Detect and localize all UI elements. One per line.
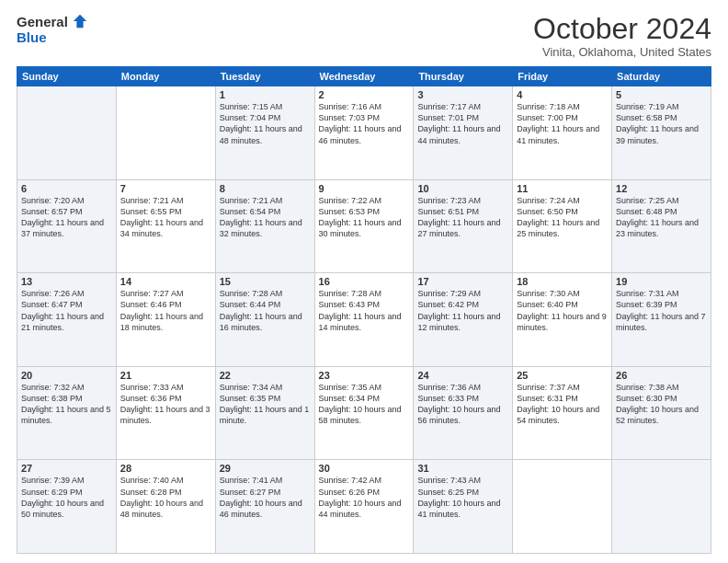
calendar-cell: 4Sunrise: 7:18 AM Sunset: 7:00 PM Daylig… — [513, 86, 612, 180]
day-number: 1 — [220, 89, 311, 100]
calendar-cell: 3Sunrise: 7:17 AM Sunset: 7:01 PM Daylig… — [414, 86, 513, 180]
col-monday: Monday — [116, 67, 215, 86]
cell-info: Sunrise: 7:24 AM Sunset: 6:50 PM Dayligh… — [517, 195, 608, 240]
cell-info: Sunrise: 7:40 AM Sunset: 6:28 PM Dayligh… — [120, 475, 211, 520]
cell-info: Sunrise: 7:34 AM Sunset: 6:35 PM Dayligh… — [220, 382, 311, 427]
cell-content: 20Sunrise: 7:32 AM Sunset: 6:38 PM Dayli… — [21, 370, 112, 427]
cell-content: 26Sunrise: 7:38 AM Sunset: 6:30 PM Dayli… — [616, 370, 707, 427]
day-number: 11 — [517, 183, 608, 194]
cell-info: Sunrise: 7:17 AM Sunset: 7:01 PM Dayligh… — [417, 101, 508, 146]
svg-marker-0 — [74, 15, 86, 28]
cell-content: 30Sunrise: 7:42 AM Sunset: 6:26 PM Dayli… — [319, 463, 410, 520]
calendar-week-3: 20Sunrise: 7:32 AM Sunset: 6:38 PM Dayli… — [17, 366, 711, 460]
day-number: 24 — [417, 370, 508, 381]
cell-info: Sunrise: 7:41 AM Sunset: 6:27 PM Dayligh… — [220, 475, 311, 520]
cell-info: Sunrise: 7:28 AM Sunset: 6:43 PM Dayligh… — [319, 288, 410, 333]
cell-content: 31Sunrise: 7:43 AM Sunset: 6:25 PM Dayli… — [417, 463, 508, 520]
month-title: October 2024 — [533, 13, 711, 45]
calendar-cell: 1Sunrise: 7:15 AM Sunset: 7:04 PM Daylig… — [215, 86, 314, 180]
cell-info: Sunrise: 7:42 AM Sunset: 6:26 PM Dayligh… — [319, 475, 410, 520]
calendar-week-0: 1Sunrise: 7:15 AM Sunset: 7:04 PM Daylig… — [17, 86, 711, 180]
calendar-cell — [612, 460, 711, 554]
day-number: 7 — [120, 183, 211, 194]
day-number: 10 — [417, 183, 508, 194]
calendar-cell: 17Sunrise: 7:29 AM Sunset: 6:42 PM Dayli… — [414, 273, 513, 367]
day-number: 13 — [21, 276, 112, 287]
calendar-cell: 16Sunrise: 7:28 AM Sunset: 6:43 PM Dayli… — [314, 273, 414, 367]
cell-content: 27Sunrise: 7:39 AM Sunset: 6:29 PM Dayli… — [21, 463, 112, 520]
page: General Blue October 2024 Vinita, Oklaho… — [0, 0, 728, 563]
day-number: 30 — [319, 463, 410, 474]
cell-info: Sunrise: 7:31 AM Sunset: 6:39 PM Dayligh… — [616, 288, 707, 333]
calendar-cell: 18Sunrise: 7:30 AM Sunset: 6:40 PM Dayli… — [513, 273, 612, 367]
day-number: 21 — [120, 370, 211, 381]
day-number: 26 — [616, 370, 707, 381]
cell-info: Sunrise: 7:35 AM Sunset: 6:34 PM Dayligh… — [319, 382, 410, 427]
calendar-cell: 10Sunrise: 7:23 AM Sunset: 6:51 PM Dayli… — [414, 179, 513, 273]
title-block: October 2024 Vinita, Oklahoma, United St… — [533, 13, 711, 59]
cell-info: Sunrise: 7:28 AM Sunset: 6:44 PM Dayligh… — [220, 288, 311, 333]
calendar-cell — [17, 86, 117, 180]
cell-content: 9Sunrise: 7:22 AM Sunset: 6:53 PM Daylig… — [319, 183, 410, 240]
col-tuesday: Tuesday — [215, 67, 314, 86]
calendar-cell — [116, 86, 215, 180]
cell-content: 28Sunrise: 7:40 AM Sunset: 6:28 PM Dayli… — [120, 463, 211, 520]
calendar-cell: 9Sunrise: 7:22 AM Sunset: 6:53 PM Daylig… — [314, 179, 414, 273]
col-wednesday: Wednesday — [314, 67, 414, 86]
cell-info: Sunrise: 7:39 AM Sunset: 6:29 PM Dayligh… — [21, 475, 112, 520]
cell-content: 15Sunrise: 7:28 AM Sunset: 6:44 PM Dayli… — [220, 276, 311, 333]
cell-info: Sunrise: 7:29 AM Sunset: 6:42 PM Dayligh… — [417, 288, 508, 333]
day-number: 18 — [517, 276, 608, 287]
calendar-week-1: 6Sunrise: 7:20 AM Sunset: 6:57 PM Daylig… — [17, 179, 711, 273]
day-number: 29 — [220, 463, 311, 474]
calendar: Sunday Monday Tuesday Wednesday Thursday… — [17, 66, 711, 554]
cell-info: Sunrise: 7:21 AM Sunset: 6:54 PM Dayligh… — [220, 195, 311, 240]
calendar-cell: 14Sunrise: 7:27 AM Sunset: 6:46 PM Dayli… — [116, 273, 215, 367]
cell-info: Sunrise: 7:37 AM Sunset: 6:31 PM Dayligh… — [517, 382, 608, 427]
cell-content: 14Sunrise: 7:27 AM Sunset: 6:46 PM Dayli… — [120, 276, 211, 333]
cell-content: 21Sunrise: 7:33 AM Sunset: 6:36 PM Dayli… — [120, 370, 211, 427]
day-number: 4 — [517, 89, 608, 100]
cell-content: 8Sunrise: 7:21 AM Sunset: 6:54 PM Daylig… — [220, 183, 311, 240]
logo-icon — [72, 13, 88, 29]
cell-info: Sunrise: 7:33 AM Sunset: 6:36 PM Dayligh… — [120, 382, 211, 427]
cell-info: Sunrise: 7:22 AM Sunset: 6:53 PM Dayligh… — [319, 195, 410, 240]
cell-info: Sunrise: 7:36 AM Sunset: 6:33 PM Dayligh… — [417, 382, 508, 427]
cell-info: Sunrise: 7:32 AM Sunset: 6:38 PM Dayligh… — [21, 382, 112, 427]
day-number: 6 — [21, 183, 112, 194]
cell-content: 24Sunrise: 7:36 AM Sunset: 6:33 PM Dayli… — [417, 370, 508, 427]
cell-content: 7Sunrise: 7:21 AM Sunset: 6:55 PM Daylig… — [120, 183, 211, 240]
col-saturday: Saturday — [612, 67, 711, 86]
day-number: 3 — [417, 89, 508, 100]
cell-info: Sunrise: 7:15 AM Sunset: 7:04 PM Dayligh… — [220, 101, 311, 146]
day-number: 5 — [616, 89, 707, 100]
calendar-cell: 29Sunrise: 7:41 AM Sunset: 6:27 PM Dayli… — [215, 460, 314, 554]
cell-info: Sunrise: 7:43 AM Sunset: 6:25 PM Dayligh… — [417, 475, 508, 520]
logo-blue-text: Blue — [17, 29, 47, 45]
calendar-cell: 27Sunrise: 7:39 AM Sunset: 6:29 PM Dayli… — [17, 460, 117, 554]
cell-content: 13Sunrise: 7:26 AM Sunset: 6:47 PM Dayli… — [21, 276, 112, 333]
calendar-cell: 28Sunrise: 7:40 AM Sunset: 6:28 PM Dayli… — [116, 460, 215, 554]
day-number: 27 — [21, 463, 112, 474]
cell-content: 10Sunrise: 7:23 AM Sunset: 6:51 PM Dayli… — [417, 183, 508, 240]
calendar-cell: 2Sunrise: 7:16 AM Sunset: 7:03 PM Daylig… — [314, 86, 414, 180]
calendar-body: 1Sunrise: 7:15 AM Sunset: 7:04 PM Daylig… — [17, 86, 711, 554]
cell-info: Sunrise: 7:18 AM Sunset: 7:00 PM Dayligh… — [517, 101, 608, 146]
calendar-cell: 21Sunrise: 7:33 AM Sunset: 6:36 PM Dayli… — [116, 366, 215, 460]
col-sunday: Sunday — [17, 67, 117, 86]
calendar-cell: 13Sunrise: 7:26 AM Sunset: 6:47 PM Dayli… — [17, 273, 117, 367]
day-number: 8 — [220, 183, 311, 194]
cell-info: Sunrise: 7:38 AM Sunset: 6:30 PM Dayligh… — [616, 382, 707, 427]
cell-info: Sunrise: 7:30 AM Sunset: 6:40 PM Dayligh… — [517, 288, 608, 333]
calendar-cell: 12Sunrise: 7:25 AM Sunset: 6:48 PM Dayli… — [612, 179, 711, 273]
cell-content: 12Sunrise: 7:25 AM Sunset: 6:48 PM Dayli… — [616, 183, 707, 240]
day-number: 16 — [319, 276, 410, 287]
calendar-cell: 24Sunrise: 7:36 AM Sunset: 6:33 PM Dayli… — [414, 366, 513, 460]
cell-content: 25Sunrise: 7:37 AM Sunset: 6:31 PM Dayli… — [517, 370, 608, 427]
cell-info: Sunrise: 7:25 AM Sunset: 6:48 PM Dayligh… — [616, 195, 707, 240]
cell-content: 22Sunrise: 7:34 AM Sunset: 6:35 PM Dayli… — [220, 370, 311, 427]
calendar-cell: 22Sunrise: 7:34 AM Sunset: 6:35 PM Dayli… — [215, 366, 314, 460]
calendar-cell: 11Sunrise: 7:24 AM Sunset: 6:50 PM Dayli… — [513, 179, 612, 273]
header-row: Sunday Monday Tuesday Wednesday Thursday… — [17, 67, 711, 86]
calendar-cell: 6Sunrise: 7:20 AM Sunset: 6:57 PM Daylig… — [17, 179, 117, 273]
